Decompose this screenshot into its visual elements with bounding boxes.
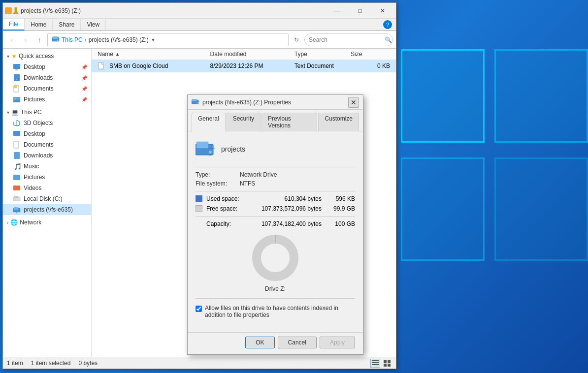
svg-point-41 bbox=[257, 239, 294, 277]
refresh-button[interactable]: ↻ bbox=[291, 34, 302, 46]
sidebar-item-pictures2[interactable]: Pictures bbox=[3, 172, 91, 183]
capacity-human: 100 GB bbox=[326, 220, 355, 227]
sidebar-item-music[interactable]: 🎵 Music bbox=[3, 161, 91, 172]
sidebar: ▾ ★ Quick access Desktop 📌 ↓ Downloads bbox=[3, 49, 92, 357]
up-button[interactable]: ↑ bbox=[33, 34, 45, 46]
pictures-icon bbox=[13, 95, 21, 103]
svg-rect-3 bbox=[13, 64, 20, 69]
dialog-close-button[interactable]: ✕ bbox=[348, 97, 359, 108]
ok-button[interactable]: OK bbox=[245, 337, 274, 348]
sidebar-item-downloads2[interactable]: Downloads bbox=[3, 150, 91, 161]
apply-button[interactable]: Apply bbox=[320, 337, 355, 348]
path-dropdown[interactable]: ▾ bbox=[149, 36, 158, 43]
this-pc-section: ▾ 💻 This PC 3D Objects Desktop bbox=[3, 107, 91, 215]
cancel-button[interactable]: Cancel bbox=[278, 337, 317, 348]
music-icon: 🎵 bbox=[13, 162, 21, 170]
search-input[interactable] bbox=[309, 36, 383, 43]
sidebar-downloads-label: Downloads bbox=[24, 74, 53, 81]
indexing-checkbox[interactable] bbox=[196, 306, 202, 312]
expand-icon: ▾ bbox=[7, 54, 9, 59]
sidebar-item-pictures[interactable]: Pictures 📌 bbox=[3, 94, 91, 105]
back-button[interactable]: ‹ bbox=[6, 34, 18, 46]
ribbon-tab-file[interactable]: File bbox=[3, 19, 25, 31]
sidebar-item-desktop[interactable]: Desktop 📌 bbox=[3, 62, 91, 72]
drive-icon-small bbox=[52, 35, 60, 44]
sidebar-item-videos[interactable]: Videos bbox=[3, 183, 91, 193]
free-space-row: Free space: 107,373,572,096 bytes 99.9 G… bbox=[196, 205, 355, 212]
title-bar: projects (\\fs-e635) (Z:) — □ ✕ bbox=[3, 3, 396, 19]
network-header[interactable]: › 🌐 Network bbox=[3, 217, 91, 228]
maximize-button[interactable]: □ bbox=[349, 3, 371, 19]
dialog-drive-icon bbox=[192, 98, 199, 106]
sidebar-item-desktop2[interactable]: Desktop bbox=[3, 128, 91, 139]
sidebar-item-projects[interactable]: projects (\\fs-e635) bbox=[3, 204, 91, 215]
3dobjects-icon bbox=[13, 119, 21, 127]
quick-access-header[interactable]: ▾ ★ Quick access bbox=[3, 51, 91, 62]
used-space-label: Used space: bbox=[206, 195, 246, 202]
sidebar-item-documents2[interactable]: Documents bbox=[3, 139, 91, 150]
divider-1 bbox=[196, 167, 355, 167]
pin-icon-downloads: 📌 bbox=[81, 75, 87, 81]
ribbon-tab-home[interactable]: Home bbox=[25, 19, 53, 30]
used-space-human: 596 KB bbox=[326, 195, 355, 202]
ribbon-tab-view[interactable]: View bbox=[81, 19, 106, 30]
dialog-tabs: General Security Previous Versions Custo… bbox=[188, 110, 363, 131]
dialog-content: projects Type: Network Drive File system… bbox=[188, 131, 363, 332]
col-header-type[interactable]: Type bbox=[294, 51, 351, 58]
ribbon-tab-share[interactable]: Share bbox=[53, 19, 81, 30]
svg-point-38 bbox=[209, 151, 212, 154]
close-button[interactable]: ✕ bbox=[371, 3, 394, 19]
window-title: projects (\\fs-e635) (Z:) bbox=[21, 7, 326, 14]
col-header-date[interactable]: Date modified bbox=[210, 51, 294, 58]
sidebar-item-local-disk[interactable]: Local Disk (C:) bbox=[3, 193, 91, 204]
sidebar-documents-label: Documents bbox=[24, 85, 54, 92]
tab-customize[interactable]: Customize bbox=[318, 113, 359, 131]
svg-rect-24 bbox=[372, 360, 379, 361]
sort-arrow: ▲ bbox=[115, 52, 120, 57]
type-row: Type: Network Drive bbox=[196, 171, 355, 178]
downloads-icon: ↓ bbox=[13, 74, 21, 82]
col-size-label: Size bbox=[351, 51, 362, 58]
help-button[interactable]: ? bbox=[383, 20, 392, 29]
used-space-bytes: 610,304 bytes bbox=[246, 195, 326, 202]
address-path[interactable]: This PC › projects (\\fs-e635) (Z:) ▾ bbox=[47, 33, 289, 46]
file-date: 8/29/2023 12:26 PM bbox=[210, 62, 294, 69]
sidebar-item-documents[interactable]: Documents 📌 bbox=[3, 83, 91, 94]
ribbon: File Home Share View ? bbox=[3, 19, 396, 31]
selected-count: 1 item selected bbox=[31, 360, 71, 367]
capacity-row: Capacity: 107,374,182,400 bytes 100 GB bbox=[196, 220, 355, 227]
documents2-icon bbox=[13, 141, 21, 149]
indexing-label: Allow files on this drive to have conten… bbox=[205, 305, 355, 318]
col-header-name[interactable]: Name ▲ bbox=[98, 51, 210, 58]
pin-icon bbox=[13, 7, 19, 14]
window-controls: — □ ✕ bbox=[326, 3, 394, 19]
tab-general[interactable]: General bbox=[192, 113, 226, 131]
tab-previous-versions[interactable]: Previous Versions bbox=[261, 113, 317, 131]
sidebar-item-downloads[interactable]: ↓ Downloads 📌 bbox=[3, 72, 91, 83]
svg-rect-8 bbox=[14, 85, 17, 88]
documents2-label: Documents bbox=[24, 141, 54, 148]
sidebar-item-3dobjects[interactable]: 3D Objects bbox=[3, 118, 91, 128]
forward-button[interactable]: › bbox=[20, 34, 32, 46]
view-icons bbox=[370, 359, 392, 368]
minimize-button[interactable]: — bbox=[326, 3, 349, 19]
tab-security[interactable]: Security bbox=[227, 113, 261, 131]
downloads2-icon bbox=[13, 152, 21, 159]
path-thispc: This PC bbox=[62, 36, 83, 43]
this-pc-header[interactable]: ▾ 💻 This PC bbox=[3, 107, 91, 118]
file-list-header: Name ▲ Date modified Type Size bbox=[92, 49, 396, 60]
free-space-bytes: 107,373,572,096 bytes bbox=[246, 205, 326, 212]
svg-text:🎵: 🎵 bbox=[14, 162, 21, 170]
details-view-button[interactable] bbox=[370, 359, 380, 368]
pin-icon-pictures: 📌 bbox=[81, 97, 87, 102]
svg-rect-27 bbox=[384, 360, 387, 363]
free-space-label: Free space: bbox=[206, 205, 246, 212]
large-icons-view-button[interactable] bbox=[382, 359, 392, 368]
desktop2-label: Desktop bbox=[24, 130, 45, 137]
expand-network-icon: › bbox=[7, 220, 8, 225]
quick-access-label: Quick access bbox=[19, 53, 54, 60]
col-date-label: Date modified bbox=[210, 51, 246, 58]
table-row[interactable]: SMB on Google Cloud 8/29/2023 12:26 PM T… bbox=[92, 60, 396, 72]
col-header-size[interactable]: Size bbox=[351, 51, 390, 58]
sidebar-desktop-label: Desktop bbox=[24, 63, 45, 70]
